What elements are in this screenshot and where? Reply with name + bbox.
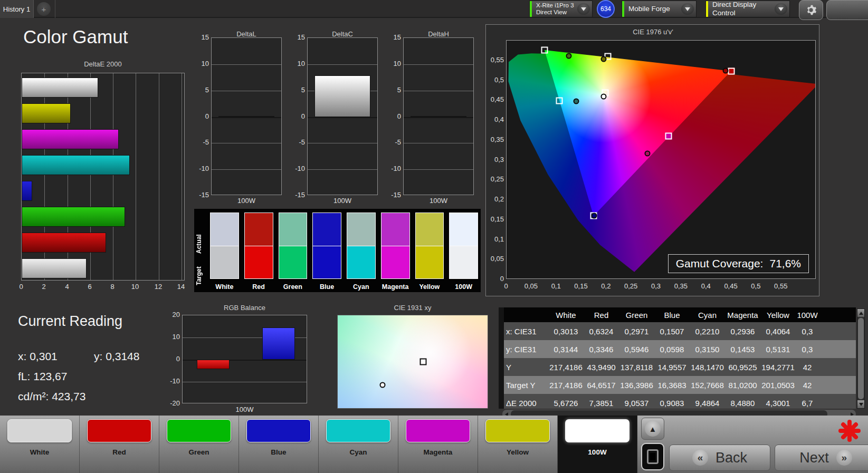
delta-chart-title: DeltaH — [403, 30, 474, 38]
table-cell: 43,9490 — [584, 363, 619, 372]
actual-target-swatch-strip: Actual Target WhiteRedGreenBlueCyanMagen… — [194, 209, 481, 292]
swatch-column-red — [244, 213, 273, 279]
settings-button[interactable] — [799, 0, 823, 20]
chevrons-right-icon: » — [836, 450, 852, 466]
column-header-yellow: Yellow — [760, 311, 796, 320]
pattern-swatch[interactable] — [485, 419, 550, 442]
table-row[interactable]: Y217,418643,9490137,811814,9557148,14706… — [499, 358, 856, 376]
gridline — [113, 73, 113, 280]
y-tick-label: -15 — [289, 191, 305, 199]
pattern-window-button[interactable] — [641, 443, 664, 470]
table-cell: 5,6726 — [548, 399, 584, 408]
u-axis-tick: 0,3 — [645, 282, 666, 290]
table-vertical-scrollbar[interactable] — [857, 308, 865, 409]
vertical-scroll-thumb[interactable] — [858, 318, 864, 399]
cie1976-chart: Gamut Coverage:71,6% — [506, 40, 816, 279]
table-cell: 201,0503 — [760, 381, 796, 390]
target-swatch — [449, 246, 478, 279]
tab-history-1[interactable]: History 1 — [0, 0, 34, 18]
pattern-swatch[interactable] — [565, 419, 629, 442]
chevron-down-icon[interactable] — [681, 3, 694, 15]
table-cell: 60,9525 — [725, 363, 760, 372]
pattern-cell-100w[interactable]: 100W — [558, 416, 637, 473]
v-axis-tick: 0,2 — [487, 195, 504, 203]
u-axis-tick: 0,35 — [670, 282, 691, 290]
measured-marker-cyan — [574, 99, 579, 104]
scroll-up-button[interactable] — [857, 309, 864, 317]
actual-swatch — [244, 213, 273, 246]
meter-dropdown[interactable]: X-Rite i1Pro 3Direct View — [529, 1, 593, 17]
table-cell: 0,6324 — [584, 327, 619, 336]
y-tick-label: 15 — [385, 33, 401, 41]
table-row[interactable]: x: CIE310,30130,63240,29710,15070,22100,… — [499, 322, 856, 340]
v-axis-tick: 0,55 — [487, 56, 504, 64]
clipped-toolbar-button[interactable] — [826, 0, 868, 20]
source-dropdown[interactable]: Mobile Forge — [622, 1, 697, 17]
v-axis-tick: 0,25 — [487, 175, 504, 183]
actual-swatch — [279, 213, 308, 246]
gridline — [404, 91, 473, 91]
top-tab-bar: History 1 + X-Rite i1Pro 3Direct View 63… — [0, 0, 868, 18]
chevron-down-icon[interactable] — [577, 3, 590, 15]
pattern-swatch[interactable] — [7, 419, 72, 442]
y-tick-label: 5 — [385, 86, 401, 94]
add-tab-button[interactable]: + — [37, 2, 51, 16]
u-axis-tick: 0,2 — [595, 282, 616, 290]
y-tick-label: -10 — [164, 377, 180, 385]
swatch-column-magenta — [381, 213, 410, 279]
u-axis-tick: 0,45 — [720, 282, 741, 290]
v-axis-tick: 0,4 — [487, 115, 504, 123]
chevron-down-icon[interactable] — [775, 3, 787, 15]
reading-y: y: 0,3148 — [94, 350, 139, 363]
u-axis-tick: 0,15 — [570, 282, 592, 290]
pattern-cell-cyan[interactable]: Cyan — [319, 416, 398, 473]
pattern-cell-blue[interactable]: Blue — [239, 416, 319, 473]
swatch-column-green — [279, 213, 308, 279]
gridline — [212, 143, 281, 143]
pattern-label: Green — [159, 448, 239, 456]
deltae-bar-yellow — [22, 103, 71, 123]
y-tick-label: -5 — [385, 138, 401, 146]
table-cell: 14,9557 — [654, 363, 690, 372]
x-tick-label: 0 — [15, 283, 27, 291]
actual-swatch — [312, 213, 341, 246]
column-header-cyan: Cyan — [690, 311, 725, 320]
pattern-cell-yellow[interactable]: Yellow — [478, 416, 558, 473]
table-row[interactable]: ΔE 20005,67267,38519,05370,90839,48648,4… — [499, 394, 856, 409]
reading-cdm2: cd/m²: 423,73 — [18, 390, 85, 403]
table-row[interactable]: y: CIE310,31440,33460,59460,05980,31500,… — [499, 340, 856, 358]
pattern-swatch[interactable] — [87, 419, 151, 442]
actual-swatch — [381, 213, 410, 246]
next-button[interactable]: Next » — [775, 445, 868, 471]
back-button[interactable]: « Back — [669, 445, 770, 471]
pattern-cell-magenta[interactable]: Magenta — [398, 416, 478, 473]
pattern-cell-green[interactable]: Green — [159, 416, 239, 473]
y-tick-label: 0 — [289, 112, 305, 120]
swatch-label: Red — [244, 283, 273, 291]
plus-icon: + — [42, 5, 46, 14]
x-tick-label: 10 — [129, 283, 141, 291]
next-label: Next — [799, 450, 829, 466]
pattern-cell-red[interactable]: Red — [80, 416, 159, 473]
table-cell: 8,4880 — [725, 399, 760, 408]
pattern-swatch[interactable] — [246, 419, 311, 442]
measured-marker-red — [723, 68, 729, 74]
deltae-bar-red — [22, 233, 106, 253]
y-tick-label: 10 — [289, 60, 305, 67]
table-row[interactable]: Target Y217,418664,6517136,398616,368315… — [499, 376, 856, 394]
gridline — [182, 73, 182, 280]
scroll-down-button[interactable] — [857, 400, 864, 408]
pattern-swatch[interactable] — [326, 419, 390, 442]
target-row-label: Target — [195, 247, 209, 305]
pattern-cell-white[interactable]: White — [0, 416, 80, 473]
table-cell: 0,5946 — [619, 345, 654, 354]
column-header-blue: Blue — [654, 311, 690, 320]
display-control-dropdown[interactable]: Direct Display Control — [705, 1, 790, 17]
y-tick-label: -5 — [289, 138, 305, 146]
pattern-swatch[interactable] — [167, 419, 231, 442]
deltae2000-chart — [21, 73, 185, 281]
cie1931-title: CIE 1931 xy — [337, 304, 488, 312]
y-tick-label: -10 — [385, 165, 401, 172]
pattern-up-button[interactable]: ▲ — [641, 418, 664, 440]
pattern-swatch[interactable] — [406, 419, 470, 442]
